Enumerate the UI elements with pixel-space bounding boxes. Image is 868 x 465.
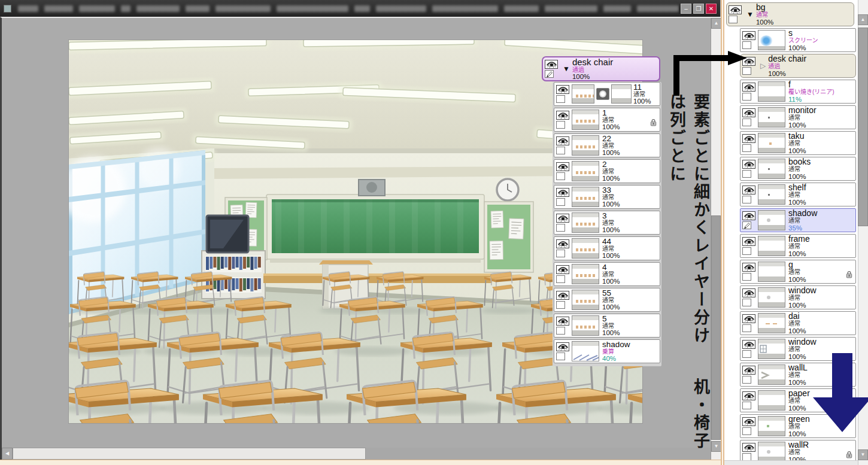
eye-icon[interactable] [729,5,742,14]
sidebar-scroll-thumb[interactable] [858,28,868,226]
layer-row[interactable]: 3通常100% [554,211,660,235]
layer-row[interactable]: 55通常100% [554,288,660,312]
layer-thumbnail[interactable] [572,187,599,207]
eye-icon[interactable] [556,239,569,248]
mask-checkbox[interactable] [742,427,751,435]
layer-thumbnail[interactable] [572,110,599,130]
collapse-triangle-icon[interactable]: ▼ [563,65,570,73]
eye-icon[interactable] [742,366,755,375]
horizontal-scroll-thumb[interactable] [13,448,366,460]
layer-row[interactable]: shadow乗算40% [554,339,660,363]
eye-icon[interactable] [742,443,755,452]
layer-thumbnail[interactable] [758,287,785,308]
layer-row[interactable]: shelf通常100% [740,183,856,206]
bg-group-header[interactable]: ▼ bg 通常 100% [726,2,854,28]
scroll-up-button[interactable]: ▲ [711,18,721,29]
eye-icon[interactable] [556,317,569,326]
layer-row[interactable]: 2通常100% [554,159,660,183]
pencil-icon[interactable] [545,70,554,78]
mask-checkbox[interactable] [742,402,751,409]
layer-thumbnail[interactable] [758,210,785,230]
collapse-triangle-icon[interactable]: ▼ [746,10,754,19]
eye-icon[interactable] [545,60,558,69]
sidebar-bottom-scrollbar[interactable] [724,460,858,465]
layer-thumbnail[interactable] [572,290,599,310]
mask-checkbox[interactable] [742,196,751,203]
mask-checkbox[interactable] [742,299,751,306]
mask-checkbox[interactable] [556,121,565,129]
layer-thumbnail[interactable] [572,135,599,156]
layer-row[interactable]: 4通常100% [554,262,660,286]
eye-icon[interactable] [742,237,755,246]
layer-thumbnail[interactable] [758,107,785,127]
layer-thumbnail[interactable] [758,262,785,282]
eye-icon[interactable] [742,31,755,40]
mask-checkbox[interactable] [556,275,565,283]
minimize-button[interactable]: – [681,4,691,14]
pencil-icon[interactable] [742,221,751,229]
eye-icon[interactable] [742,340,755,349]
layer-row[interactable]: 1通常100% [554,108,660,132]
mask-checkbox[interactable] [742,350,751,358]
eye-icon[interactable] [556,162,569,171]
mask-checkbox[interactable] [742,144,751,152]
mask-checkbox[interactable] [742,41,751,49]
layer-thumbnail[interactable] [758,442,785,462]
mask-checkbox[interactable] [556,301,565,309]
layer-row[interactable]: shadow通常35% [740,208,856,232]
close-button[interactable]: ✕ [706,4,717,14]
layer-thumbnail[interactable] [572,315,599,336]
layer-thumbnail[interactable] [572,84,594,104]
layer-thumbnail[interactable] [758,133,785,153]
layer-row[interactable]: 22通常100% [554,133,660,157]
mask-checkbox[interactable] [556,224,565,232]
window-titlebar[interactable]: – ❐ ✕ [0,0,720,17]
layer-thumbnail[interactable] [572,212,599,233]
collapse-triangle-icon[interactable]: ▷ [760,62,766,70]
eye-icon[interactable] [742,288,755,297]
eye-icon[interactable] [742,108,755,117]
eye-icon[interactable] [742,186,755,194]
mask-checkbox[interactable] [742,324,751,332]
layer-row[interactable]: books通常100% [740,157,856,181]
eye-icon[interactable] [556,188,569,197]
mask-checkbox[interactable] [742,273,751,281]
mask-checkbox[interactable] [556,327,565,335]
layer-row[interactable]: taku通常100% [740,131,856,155]
mask-checkbox[interactable] [556,352,565,360]
mask-checkbox[interactable] [742,118,751,126]
scroll-left-button[interactable]: ◀ [2,448,13,460]
eye-icon[interactable] [742,134,755,143]
layer-row[interactable]: 5通常100% [554,314,660,338]
layer-thumbnail[interactable] [758,184,785,205]
layer-row[interactable]: monitor通常100% [740,105,856,129]
layer-thumbnail[interactable] [758,159,785,179]
mask-checkbox[interactable] [556,250,565,257]
eye-icon[interactable] [556,111,569,120]
canvas-horizontal-scrollbar[interactable]: ◀ [2,448,711,460]
eye-icon[interactable] [556,291,569,300]
eye-icon[interactable] [556,342,569,351]
mask-checkbox[interactable] [729,16,738,23]
layer-thumbnail[interactable] [572,341,599,361]
layer-thumbnail[interactable] [758,416,785,436]
scroll-down-button[interactable]: ▼ [858,449,868,460]
eye-icon[interactable] [742,391,755,400]
scroll-down-button[interactable]: ▼ [711,441,721,452]
layer-thumbnail[interactable] [572,238,599,259]
mask-checkbox[interactable] [742,247,751,255]
eye-icon[interactable] [742,263,755,272]
layer-thumbnail[interactable] [758,313,785,333]
mask-checkbox[interactable] [742,376,751,384]
layer-row[interactable]: window通常100% [740,285,856,309]
floating-layer-panel-header[interactable]: ▼ desk chair 通過 100% [542,56,660,83]
layer-thumbnail[interactable] [758,364,785,385]
layer-thumbnail[interactable] [758,81,785,102]
eye-icon[interactable] [742,417,755,426]
layer-row[interactable]: 33通常100% [554,185,660,209]
floating-layer-list[interactable]: 11通常100%1通常100%22通常100%2通常100%33通常100%3通… [553,82,661,366]
mask-thumbnail[interactable] [611,84,632,104]
mask-checkbox[interactable] [556,147,565,154]
eye-icon[interactable] [556,265,569,274]
layer-row[interactable]: sスクリーン100% [740,28,856,52]
